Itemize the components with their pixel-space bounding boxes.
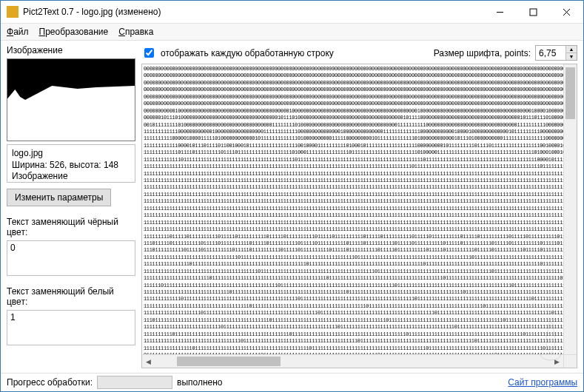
image-filename: logo.jpg	[12, 148, 130, 160]
hscroll-left-icon[interactable]: ◀	[142, 355, 155, 368]
statusbar: Прогресс обработки: выполнено Сайт прогр…	[1, 373, 583, 391]
close-button[interactable]	[550, 1, 583, 23]
window-buttons	[483, 1, 583, 23]
progress-done: выполнено	[177, 377, 223, 388]
change-params-button[interactable]: Изменить параметры	[7, 189, 111, 206]
left-panel: Изображение logo.jpg Ширина: 526, высота…	[1, 41, 141, 373]
horizontal-scrollbar[interactable]: ◀ ▶	[142, 354, 577, 368]
show-each-line-label: отображать каждую обработанную строку	[161, 48, 334, 58]
show-each-line-checkbox[interactable]	[144, 48, 154, 58]
content: Изображение logo.jpg Ширина: 526, высота…	[1, 41, 583, 373]
hscroll-thumb[interactable]	[177, 356, 281, 366]
image-preview	[7, 58, 135, 141]
image-status: Изображение преобразовано	[12, 171, 130, 183]
app-window: Pict2Text 0.7 - logo.jpg (изменено) Файл…	[0, 0, 584, 392]
top-controls: отображать каждую обработанную строку Ра…	[141, 45, 577, 61]
menu-file[interactable]: Файл	[7, 27, 29, 37]
image-info-box: logo.jpg Ширина: 526, высота: 148 Изобра…	[7, 144, 135, 183]
right-panel: отображать каждую обработанную строку Ра…	[141, 41, 583, 373]
ascii-textarea[interactable]: 0000000000000000000000000000000000000000…	[142, 64, 563, 354]
window-title: Pict2Text 0.7 - logo.jpg (изменено)	[23, 7, 483, 17]
vertical-scrollbar[interactable]	[563, 64, 577, 354]
menu-transform[interactable]: Преобразование	[39, 27, 109, 37]
ascii-output: 0000000000000000000000000000000000000000…	[141, 64, 577, 368]
progress-label: Прогресс обработки:	[7, 377, 93, 388]
app-icon	[7, 6, 19, 18]
vscroll-thumb[interactable]	[565, 67, 575, 119]
titlebar: Pict2Text 0.7 - logo.jpg (изменено)	[1, 1, 583, 24]
progress-bar	[97, 376, 172, 389]
ascii-content: 0000000000000000000000000000000000000000…	[142, 64, 563, 354]
menubar: Файл Преобразование Справка	[1, 24, 583, 41]
black-text-input[interactable]: 0	[7, 240, 135, 276]
svg-rect-0	[530, 9, 537, 16]
image-dimensions: Ширина: 526, высота: 148	[12, 160, 130, 172]
minimize-button[interactable]	[483, 1, 517, 23]
maximize-button[interactable]	[517, 1, 550, 23]
site-link[interactable]: Сайт программы	[508, 377, 577, 388]
white-text-input[interactable]: 1	[7, 310, 135, 345]
fontsize-input[interactable]	[536, 47, 565, 60]
black-text-label: Текст заменяющий чёрный цвет:	[7, 217, 135, 237]
hscroll-right-icon[interactable]: ▶	[551, 355, 563, 368]
white-text-label: Текст заменяющий белый цвет:	[7, 286, 135, 307]
fontsize-spinner[interactable]: ▲ ▼	[535, 45, 577, 61]
image-label: Изображение	[7, 45, 135, 55]
fontsize-down-icon[interactable]: ▼	[566, 53, 577, 60]
menu-help[interactable]: Справка	[118, 27, 153, 37]
fontsize-up-icon[interactable]: ▲	[566, 46, 577, 53]
fontsize-label: Размер шрифта, points:	[434, 48, 531, 58]
